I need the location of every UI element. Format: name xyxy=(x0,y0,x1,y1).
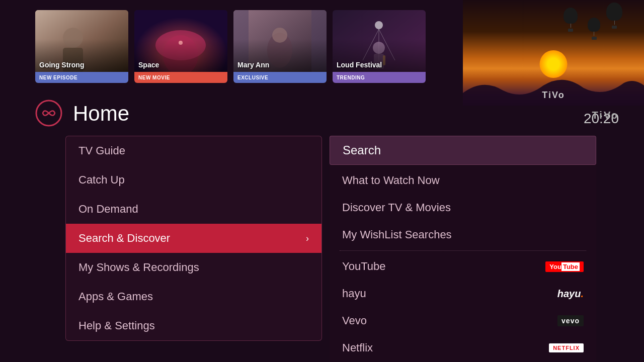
thumb-title: Going Strong xyxy=(39,61,84,69)
main-menu: TV Guide Catch Up On Demand Search & Dis… xyxy=(65,136,322,341)
thumb-going-strong[interactable]: Going Strong NEW EPISODE xyxy=(35,10,128,83)
submenu-hayu[interactable]: hayu hayu. xyxy=(330,280,596,307)
thumb-badge-exclusive: EXCLUSIVE xyxy=(233,72,327,83)
youtube-logo: YouTube xyxy=(545,261,584,272)
thumb-mary-ann[interactable]: Mary Ann EXCLUSIVE xyxy=(233,10,327,83)
tivo-logo: TiVo xyxy=(592,110,619,121)
netflix-label: Netflix xyxy=(342,341,373,354)
menu-catch-up[interactable]: Catch Up xyxy=(66,165,321,195)
thumb-badge-new-episode: NEW EPISODE xyxy=(35,72,128,83)
balloon-1 xyxy=(564,8,578,32)
submenu-discover[interactable]: Discover TV & Movies xyxy=(330,194,596,221)
thumb-space[interactable]: Space NEW MOVIE xyxy=(134,10,227,83)
home-header: Home xyxy=(35,100,129,127)
menu-search-discover[interactable]: Search & Discover › xyxy=(66,224,321,253)
thumb-title: Mary Ann xyxy=(237,61,269,69)
preview-image: TiVo xyxy=(463,0,644,106)
tivo-logo-preview: TiVo xyxy=(542,90,565,101)
thumb-title: Loud Festival xyxy=(337,61,382,69)
thumb-badge-new-movie: NEW MOVIE xyxy=(134,72,227,83)
thumb-badge-trending: TRENDING xyxy=(333,72,426,83)
balloon-3 xyxy=(588,18,600,40)
menu-on-demand[interactable]: On Demand xyxy=(66,195,321,224)
thumbnail-strip: Going Strong NEW EPISODE Space NEW MOV xyxy=(35,10,186,83)
infinity-icon xyxy=(35,100,63,127)
menu-tv-guide[interactable]: TV Guide xyxy=(66,136,321,165)
youtube-label: YouTube xyxy=(342,260,385,273)
home-title: Home xyxy=(73,102,129,126)
svg-point-13 xyxy=(375,21,383,29)
submenu-vevo[interactable]: Vevo vevo xyxy=(330,307,596,334)
netflix-logo: NETFLIX xyxy=(549,343,584,352)
submenu-netflix[interactable]: Netflix NETFLIX xyxy=(330,334,596,361)
submenu-wishlist[interactable]: My WishList Searches xyxy=(330,221,596,248)
submenu-panel: Search What to Watch Now Discover TV & M… xyxy=(330,136,596,361)
hayu-logo: hayu. xyxy=(557,288,584,300)
service-divider xyxy=(340,250,586,251)
preview-panel: TiVo xyxy=(463,0,644,106)
vevo-label: Vevo xyxy=(342,314,367,327)
balloon-2 xyxy=(606,3,622,29)
vevo-logo: vevo xyxy=(557,315,584,326)
chevron-right-icon: › xyxy=(306,233,309,244)
submenu-search[interactable]: Search xyxy=(330,136,596,165)
menu-apps-games[interactable]: Apps & Games xyxy=(66,282,321,311)
menu-help-settings[interactable]: Help & Settings xyxy=(66,311,321,340)
thumb-loud-festival[interactable]: Loud Festival TRENDING xyxy=(333,10,426,83)
hayu-label: hayu xyxy=(342,287,366,300)
menu-my-shows[interactable]: My Shows & Recordings xyxy=(66,253,321,282)
thumb-title: Space xyxy=(138,61,159,69)
submenu-what-to-watch[interactable]: What to Watch Now xyxy=(330,167,596,194)
submenu-youtube[interactable]: YouTube YouTube xyxy=(330,253,596,280)
